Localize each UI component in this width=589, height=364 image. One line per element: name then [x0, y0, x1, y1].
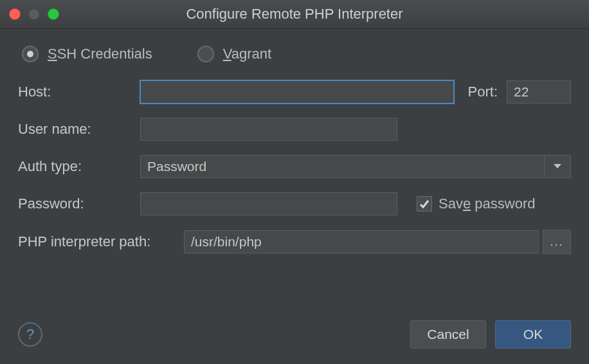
- authtype-label: Auth type:: [18, 158, 140, 175]
- window-controls: [9, 8, 59, 20]
- row-username: User name:: [18, 118, 571, 141]
- help-button[interactable]: ?: [18, 322, 42, 347]
- dialog-body: SSH Credentials Vagrant Host: Port: User…: [0, 29, 589, 320]
- ok-button[interactable]: OK: [495, 320, 571, 349]
- row-host: Host: Port:: [18, 80, 571, 104]
- password-input[interactable]: [140, 192, 397, 215]
- help-icon: ?: [26, 326, 34, 343]
- row-interpreter-path: PHP interpreter path: ...: [18, 230, 571, 254]
- ellipsis-icon: ...: [550, 235, 563, 249]
- browse-path-button[interactable]: ...: [543, 230, 571, 254]
- interpreter-path-label: PHP interpreter path:: [18, 233, 184, 250]
- save-password-option[interactable]: Save password: [417, 196, 535, 212]
- cancel-button[interactable]: Cancel: [410, 320, 486, 349]
- radio-dot-icon: [197, 46, 214, 62]
- titlebar: Configure Remote PHP Interpreter: [0, 0, 589, 29]
- radio-ssh-label: SSH Credentials: [48, 46, 152, 62]
- zoom-window-button[interactable]: [48, 8, 59, 20]
- ok-label: OK: [523, 327, 543, 342]
- authtype-value: Password: [147, 159, 206, 174]
- radio-vagrant-label: Vagrant: [223, 46, 271, 62]
- window-title: Configure Remote PHP Interpreter: [0, 6, 589, 23]
- save-password-label: Save password: [439, 196, 535, 212]
- minimize-window-button[interactable]: [28, 8, 40, 20]
- radio-dot-icon: [22, 46, 39, 62]
- authtype-select[interactable]: Password: [140, 155, 571, 178]
- port-input[interactable]: [507, 80, 571, 104]
- host-label: Host:: [18, 84, 140, 100]
- port-label: Port:: [468, 84, 498, 100]
- save-password-checkbox[interactable]: [417, 196, 432, 212]
- dialog-footer: ? Cancel OK: [0, 320, 589, 364]
- chevron-down-icon: [544, 156, 570, 177]
- interpreter-path-input[interactable]: [184, 230, 539, 253]
- cancel-label: Cancel: [427, 327, 469, 342]
- connection-type-group: SSH Credentials Vagrant: [22, 46, 571, 62]
- username-label: User name:: [18, 121, 140, 138]
- dialog-window: Configure Remote PHP Interpreter SSH Cre…: [0, 0, 589, 364]
- radio-ssh-credentials[interactable]: SSH Credentials: [22, 46, 152, 62]
- row-password: Password: Save password: [18, 192, 571, 215]
- close-window-button[interactable]: [9, 8, 21, 20]
- password-label: Password:: [18, 196, 140, 212]
- row-authtype: Auth type: Password: [18, 155, 571, 178]
- username-input[interactable]: [140, 118, 397, 141]
- radio-vagrant[interactable]: Vagrant: [197, 46, 271, 62]
- host-input[interactable]: [140, 80, 454, 104]
